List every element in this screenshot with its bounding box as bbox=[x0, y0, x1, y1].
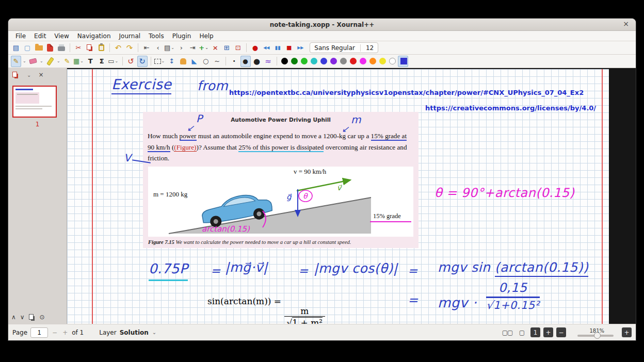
hand-tool-icon[interactable] bbox=[178, 56, 188, 67]
eq2-equals: = bbox=[408, 293, 418, 307]
zoom-out-icon[interactable]: − bbox=[556, 327, 566, 337]
color-purple[interactable] bbox=[330, 58, 337, 64]
add-page-icon[interactable]: +⌄ bbox=[199, 42, 209, 54]
last-page-icon[interactable]: ⇥ bbox=[187, 42, 198, 54]
two-page-view-icon[interactable]: ▢▢ bbox=[502, 327, 513, 337]
spline-icon[interactable]: ~ bbox=[212, 56, 222, 67]
new-document-icon[interactable]: ▢ bbox=[22, 42, 33, 54]
menu-plugin[interactable]: Plugin bbox=[168, 31, 196, 41]
color-yellow[interactable] bbox=[379, 58, 386, 64]
one-page-view-icon[interactable]: ▢ bbox=[516, 327, 527, 337]
export-pdf-icon[interactable] bbox=[45, 42, 55, 54]
layer-selector[interactable]: Solution bbox=[120, 329, 149, 336]
page-number-input[interactable] bbox=[30, 327, 48, 338]
close-sidebar-icon[interactable]: × bbox=[38, 71, 43, 78]
pair-view-icon[interactable]: ⊡ bbox=[233, 42, 243, 54]
math-tex-icon[interactable]: Σ bbox=[96, 56, 107, 67]
ruler-icon[interactable]: ◣ bbox=[189, 56, 200, 67]
pen-size-medium-icon[interactable]: ● bbox=[240, 56, 251, 67]
shape-recognizer-icon[interactable]: ↺ bbox=[126, 56, 136, 67]
undo-icon[interactable]: ↶ bbox=[113, 42, 123, 54]
fullscreen-icon[interactable]: ⊞ bbox=[221, 42, 232, 54]
pen-size-fine-icon[interactable]: • bbox=[229, 56, 239, 67]
stroke-style-icon[interactable]: ≈ bbox=[263, 56, 273, 67]
previous-page-icon[interactable]: ‹ bbox=[153, 42, 163, 54]
separator bbox=[122, 57, 123, 65]
redo-icon[interactable]: ↷ bbox=[124, 42, 135, 54]
font-selector[interactable]: Sans Regular 12 bbox=[310, 42, 378, 53]
focus-page-icon[interactable]: ⊙ bbox=[40, 314, 45, 321]
zoom-slider[interactable] bbox=[577, 335, 614, 337]
color-orange[interactable] bbox=[369, 58, 376, 64]
close-icon[interactable]: × bbox=[621, 20, 631, 28]
page-decrement[interactable]: − bbox=[51, 329, 58, 336]
pen-alt-icon[interactable]: ✎ bbox=[62, 56, 72, 67]
zoom-slider-thumb[interactable] bbox=[594, 332, 601, 339]
chevron-down-icon: ⌄ bbox=[80, 59, 84, 63]
menu-help[interactable]: Help bbox=[195, 31, 217, 41]
gravity-vector-label: g⃗ bbox=[286, 192, 292, 202]
open-icon[interactable] bbox=[34, 42, 44, 54]
color-cyan[interactable] bbox=[311, 58, 317, 64]
color-magenta[interactable] bbox=[360, 58, 366, 64]
page-thumbnail[interactable] bbox=[12, 86, 57, 118]
fast-forward-icon[interactable]: ▶▶ bbox=[295, 42, 305, 54]
eq-term-3: mgv sin (arctan(0.15)) bbox=[438, 260, 588, 275]
chevron-down-icon[interactable]: ⌄ bbox=[23, 59, 27, 63]
stop-icon[interactable]: ■ bbox=[284, 42, 294, 54]
next-page-icon[interactable]: › bbox=[176, 42, 186, 54]
preview-pages-icon[interactable] bbox=[12, 72, 17, 77]
collapse-up-icon[interactable]: ∧ bbox=[11, 314, 16, 321]
rewind-icon[interactable]: ◀◀ bbox=[261, 42, 271, 54]
copy-icon[interactable] bbox=[85, 42, 95, 54]
select-region-icon[interactable]: ⌄ bbox=[154, 56, 166, 67]
text-tool-icon[interactable]: T bbox=[85, 56, 95, 67]
print-icon[interactable] bbox=[56, 42, 67, 54]
chevron-down-icon[interactable]: ⌄ bbox=[57, 59, 61, 63]
color-red[interactable] bbox=[350, 58, 357, 64]
record-icon[interactable]: ● bbox=[250, 42, 260, 54]
current-color-swatch[interactable] bbox=[398, 56, 408, 67]
chevron-down-icon[interactable]: ⌄ bbox=[152, 330, 156, 335]
duplicate-icon[interactable] bbox=[29, 314, 34, 320]
menu-journal[interactable]: Journal bbox=[115, 31, 145, 41]
menu-edit[interactable]: Edit bbox=[30, 31, 50, 41]
page-1[interactable]: Exercise from https://opentextbc.ca/univ… bbox=[67, 69, 609, 324]
chevron-down-icon[interactable]: ⌄ bbox=[40, 59, 44, 63]
pause-icon[interactable]: ▮▮ bbox=[272, 42, 283, 54]
goto-page-icon[interactable]: ▤⌄ bbox=[164, 42, 175, 54]
color-gray[interactable] bbox=[340, 58, 347, 64]
ellipse-shape-icon[interactable]: ○ bbox=[201, 56, 211, 67]
vertical-space-icon[interactable]: ↕ bbox=[167, 56, 177, 67]
rotation-snap-icon[interactable]: ↻ bbox=[137, 56, 148, 67]
color-black[interactable] bbox=[281, 58, 288, 64]
zoom-fit-icon[interactable]: + bbox=[543, 327, 553, 337]
menu-view[interactable]: View bbox=[50, 31, 73, 41]
color-dark-green[interactable] bbox=[291, 58, 298, 64]
layout-one-badge[interactable]: 1 bbox=[530, 327, 540, 337]
chevron-down-icon[interactable]: ⌄ bbox=[27, 72, 31, 78]
collapse-down-icon[interactable]: ∨ bbox=[20, 314, 25, 321]
color-blue[interactable] bbox=[320, 58, 327, 64]
zoom-in-button[interactable]: + bbox=[622, 327, 632, 337]
menu-tools[interactable]: Tools bbox=[144, 31, 168, 41]
color-green[interactable] bbox=[301, 58, 308, 64]
menu-file[interactable]: File bbox=[11, 31, 30, 41]
color-white[interactable] bbox=[389, 58, 396, 64]
delete-page-icon[interactable]: × bbox=[210, 42, 220, 54]
image-tool-icon[interactable]: ▦⌄ bbox=[73, 56, 84, 67]
pen-size-thick-icon[interactable]: ● bbox=[252, 56, 262, 67]
first-page-icon[interactable]: ⇤ bbox=[141, 42, 152, 54]
save-icon[interactable]: ▤ bbox=[11, 42, 21, 54]
menu-navigation[interactable]: Navigation bbox=[73, 31, 115, 41]
eraser-tool-icon[interactable] bbox=[28, 56, 38, 67]
document-canvas[interactable]: Exercise from https://opentextbc.ca/univ… bbox=[67, 68, 636, 324]
pen-tool-icon[interactable]: ✎ bbox=[11, 56, 21, 67]
mass-label: m = 1200 kg bbox=[153, 190, 188, 198]
shape-tool-icon[interactable]: ▭⌄ bbox=[108, 56, 119, 67]
cut-icon[interactable]: ✂ bbox=[73, 42, 84, 54]
figure-link[interactable]: (Figure) bbox=[174, 143, 196, 152]
paste-icon[interactable] bbox=[96, 42, 106, 54]
page-increment[interactable]: + bbox=[61, 329, 69, 336]
highlighter-tool-icon[interactable] bbox=[45, 56, 55, 67]
